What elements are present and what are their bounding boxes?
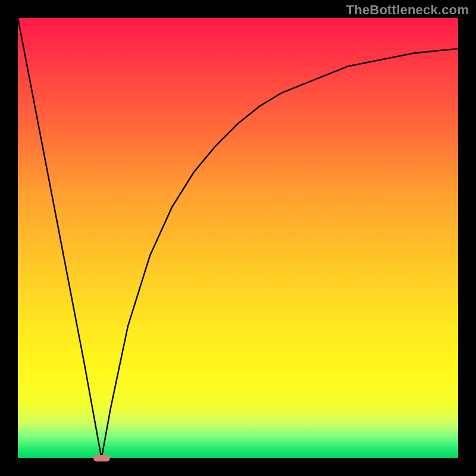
optimal-marker (93, 455, 110, 462)
bottleneck-curve (18, 18, 458, 458)
curve-path (18, 18, 458, 458)
chart-frame: TheBottleneck.com (0, 0, 476, 476)
watermark-text: TheBottleneck.com (346, 2, 469, 18)
plot-area (18, 18, 458, 458)
